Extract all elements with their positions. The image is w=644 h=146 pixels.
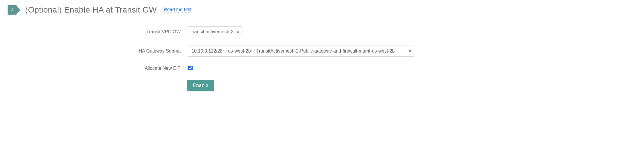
section-title: (Optional) Enable HA at Transit GW (25, 5, 156, 15)
step-badge: 2 (8, 5, 20, 15)
step-arrow-icon (16, 5, 20, 15)
step-number: 2 (8, 5, 16, 15)
select-caret-icon (237, 30, 239, 33)
ha-gateway-subnet-label: HA Gateway Subnet (8, 48, 187, 54)
allocate-new-eip-checkbox[interactable] (188, 66, 193, 70)
transit-vpc-gw-label: Transit VPC GW (8, 29, 187, 34)
transit-vpc-gw-value: transit-activemesh-2 (191, 29, 233, 34)
enable-ha-form: Transit VPC GW transit-activemesh-2 HA G… (8, 26, 636, 91)
enable-button[interactable]: Enable (187, 80, 214, 91)
section-header: 2 (Optional) Enable HA at Transit GW Rea… (8, 5, 636, 15)
select-caret-icon (409, 50, 411, 53)
ha-gateway-subnet-select[interactable]: 10.10.0.112/28~~us-west-2b~~TransitActiv… (187, 46, 414, 57)
allocate-new-eip-label: Allocate New EIP (8, 66, 187, 71)
readme-link[interactable]: Read me first (164, 7, 191, 13)
transit-vpc-gw-select[interactable]: transit-activemesh-2 (187, 26, 242, 37)
ha-gateway-subnet-value: 10.10.0.112/28~~us-west-2b~~TransitActiv… (191, 48, 395, 54)
